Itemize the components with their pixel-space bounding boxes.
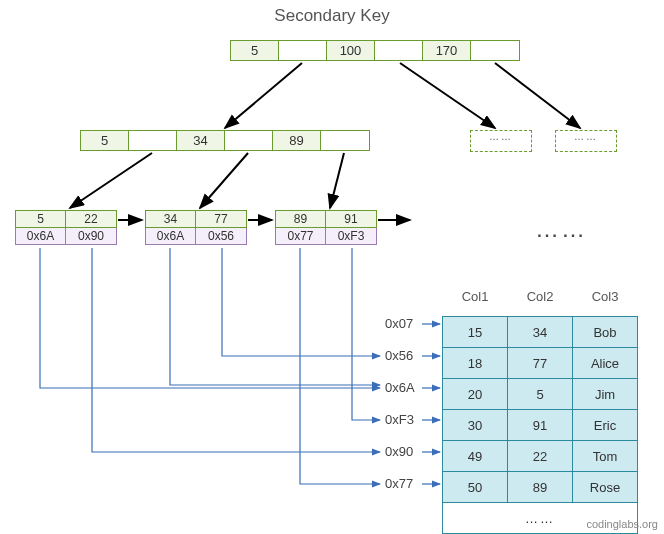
int-ptr-0 (129, 131, 177, 150)
data-table: Col1 Col2 Col3 15 34 Bob 18 77 Alice 20 … (442, 281, 638, 534)
table-header-col2: Col2 (508, 281, 573, 317)
root-ptr-1 (375, 41, 423, 60)
placeholder-node-1: …… (470, 130, 532, 152)
table-row: 18 77 Alice (443, 348, 638, 379)
leaf2-key-0: 34 (146, 211, 196, 227)
addr-0x90: 0x90 (385, 444, 413, 459)
table-header-col1: Col1 (443, 281, 508, 317)
leaf2-ptr-1: 0x56 (196, 228, 246, 244)
table-header-col3: Col3 (573, 281, 638, 317)
svg-line-5 (330, 153, 344, 208)
leaf1-ptr-1: 0x90 (66, 228, 116, 244)
svg-line-4 (200, 153, 248, 208)
table-row: 30 91 Eric (443, 410, 638, 441)
leaf3-key-0: 89 (276, 211, 326, 227)
btree-leaf-3: 89 91 0x77 0xF3 (275, 210, 377, 245)
root-key-1: 100 (327, 41, 375, 60)
table-row: 50 89 Rose (443, 472, 638, 503)
leaf3-ptr-1: 0xF3 (326, 228, 376, 244)
table-row: 49 22 Tom (443, 441, 638, 472)
placeholder-node-2: …… (555, 130, 617, 152)
svg-line-0 (225, 63, 302, 128)
root-ptr-0 (279, 41, 327, 60)
leaf3-key-1: 91 (326, 211, 376, 227)
table-row: 20 5 Jim (443, 379, 638, 410)
leaf3-ptr-0: 0x77 (276, 228, 326, 244)
leaf1-ptr-0: 0x6A (16, 228, 66, 244)
watermark: codinglabs.org (586, 518, 658, 530)
btree-leaf-1: 5 22 0x6A 0x90 (15, 210, 117, 245)
btree-root-node: 5 100 170 (230, 40, 520, 61)
svg-line-1 (400, 63, 495, 128)
btree-internal-node: 5 34 89 (80, 130, 370, 151)
btree-leaf-2: 34 77 0x6A 0x56 (145, 210, 247, 245)
leaf1-key-1: 22 (66, 211, 116, 227)
leaf-ellipsis: …… (535, 215, 587, 243)
int-key-0: 5 (81, 131, 129, 150)
root-ptr-2 (471, 41, 519, 60)
addr-0x07: 0x07 (385, 316, 413, 331)
addr-0x56: 0x56 (385, 348, 413, 363)
int-ptr-2 (321, 131, 369, 150)
leaf2-ptr-0: 0x6A (146, 228, 196, 244)
leaf2-key-1: 77 (196, 211, 246, 227)
table-row: 15 34 Bob (443, 317, 638, 348)
diagram-title: Secondary Key (0, 6, 664, 26)
leaf1-key-0: 5 (16, 211, 66, 227)
svg-line-2 (495, 63, 580, 128)
root-key-2: 170 (423, 41, 471, 60)
int-key-2: 89 (273, 131, 321, 150)
int-ptr-1 (225, 131, 273, 150)
root-key-0: 5 (231, 41, 279, 60)
addr-0x6A: 0x6A (385, 380, 415, 395)
svg-line-3 (70, 153, 152, 208)
int-key-1: 34 (177, 131, 225, 150)
addr-0xF3: 0xF3 (385, 412, 414, 427)
addr-0x77: 0x77 (385, 476, 413, 491)
